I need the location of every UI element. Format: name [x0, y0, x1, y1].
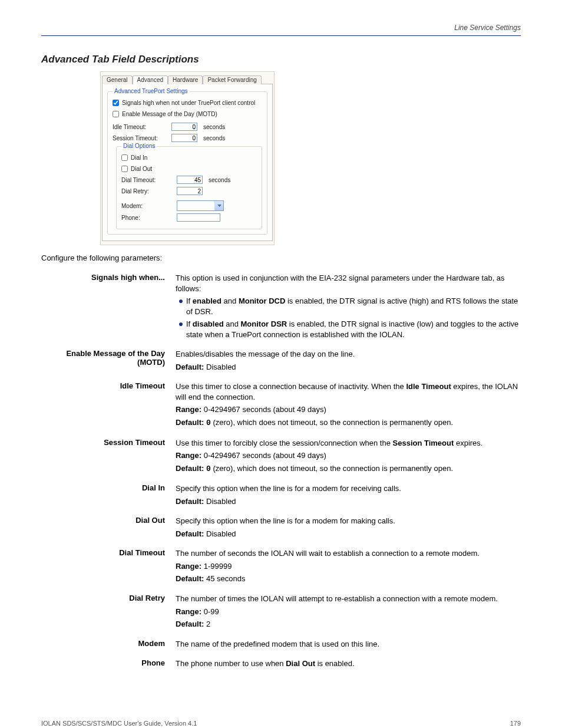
dropdown-modem-value: [177, 201, 214, 210]
field-description: Enables/disables the message of the day …: [176, 349, 521, 372]
input-idle-timeout[interactable]: [171, 123, 197, 131]
field-label: Modem: [41, 639, 176, 648]
bullet-icon: ●: [176, 296, 186, 317]
row-dial-out: Dial Out: [121, 164, 257, 173]
field-label: Signals high when...: [41, 273, 176, 282]
field-row: ModemThe name of the predefined modem th…: [41, 639, 521, 650]
input-dial-timeout[interactable]: [177, 176, 203, 184]
row-signals-high: Signals high when not under TruePort cli…: [113, 98, 262, 107]
field-row: Enable Message of the Day (MOTD)Enables/…: [41, 349, 521, 372]
group-legend-advanced: Advanced TruePort Settings: [113, 88, 190, 94]
group-advanced-trueport: Advanced TruePort Settings Signals high …: [107, 91, 267, 235]
tab-packet-forwarding[interactable]: Packet Forwarding: [203, 75, 261, 84]
group-legend-dial: Dial Options: [121, 143, 157, 149]
field-description: The phone number to use when Dial Out is…: [176, 658, 521, 669]
field-row: PhoneThe phone number to use when Dial O…: [41, 658, 521, 669]
input-session-timeout[interactable]: [171, 134, 197, 142]
field-row: Signals high when...This option is used …: [41, 273, 521, 340]
field-description: This option is used in conjunction with …: [176, 273, 521, 340]
page-header: Line Service Settings: [41, 24, 521, 36]
field-description: Specify this option when the line is for…: [176, 483, 521, 506]
label-phone: Phone:: [121, 215, 177, 221]
label-dial-out: Dial Out: [131, 166, 152, 172]
field-row: Dial OutSpecify this option when the lin…: [41, 516, 521, 539]
settings-dialog: General Advanced Hardware Packet Forward…: [100, 71, 275, 245]
field-descriptions: Signals high when...This option is used …: [41, 273, 521, 669]
field-description: Use this timer to close a connection bec…: [176, 381, 521, 428]
checkbox-motd[interactable]: [113, 111, 119, 117]
field-label: Dial Retry: [41, 594, 176, 602]
field-label: Dial In: [41, 483, 176, 492]
chevron-down-icon: [214, 201, 223, 210]
row-modem: Modem:: [121, 200, 257, 211]
field-description: The number of times the IOLAN will attem…: [176, 594, 521, 630]
label-dial-timeout: Dial Timeout:: [121, 177, 177, 183]
field-description: Specify this option when the line is for…: [176, 516, 521, 539]
header-right: Line Service Settings: [454, 24, 521, 32]
label-modem: Modem:: [121, 203, 177, 209]
label-idle-timeout: Idle Timeout:: [113, 124, 171, 130]
field-label: Phone: [41, 658, 176, 667]
row-phone: Phone:: [121, 213, 257, 222]
row-dial-timeout: Dial Timeout: seconds: [121, 175, 257, 185]
row-session-timeout: Session Timeout: seconds: [113, 133, 262, 143]
label-session-timeout: Session Timeout:: [113, 135, 171, 141]
row-dial-in: Dial In: [121, 153, 257, 162]
tab-panel-advanced: Advanced TruePort Settings Signals high …: [102, 84, 273, 241]
field-label: Session Timeout: [41, 438, 176, 447]
field-label: Dial Timeout: [41, 548, 176, 557]
label-signals-high: Signals high when not under TruePort cli…: [122, 100, 255, 106]
row-dial-retry: Dial Retry:: [121, 186, 257, 196]
field-description: Use this timer to forcibly close the ses…: [176, 438, 521, 475]
section-title: Advanced Tab Field Descriptions: [41, 54, 521, 65]
page-footer: IOLAN SDS/SCS/STS/MDC User's Guide, Vers…: [41, 716, 521, 727]
field-row: Dial RetryThe number of times the IOLAN …: [41, 594, 521, 630]
footer-right: 179: [510, 720, 521, 727]
label-motd: Enable Message of the Day (MOTD): [122, 111, 217, 117]
tab-advanced[interactable]: Advanced: [133, 75, 168, 84]
footer-left: IOLAN SDS/SCS/STS/MDC User's Guide, Vers…: [41, 720, 197, 727]
field-description: The name of the predefined modem that is…: [176, 639, 521, 650]
field-row: Dial InSpecify this option when the line…: [41, 483, 521, 506]
field-row: Dial TimeoutThe number of seconds the IO…: [41, 548, 521, 584]
field-label: Enable Message of the Day (MOTD): [41, 349, 176, 367]
group-dial-options: Dial Options Dial In Dial Out Dial Timeo…: [116, 146, 262, 229]
field-label: Idle Timeout: [41, 381, 176, 390]
input-dial-retry[interactable]: [177, 187, 203, 195]
configure-lead: Configure the following parameters:: [41, 253, 521, 262]
label-dial-retry: Dial Retry:: [121, 188, 177, 195]
checkbox-dial-out[interactable]: [121, 166, 128, 172]
label-dial-in: Dial In: [131, 154, 147, 161]
dropdown-modem[interactable]: [177, 200, 224, 211]
unit-session-timeout: seconds: [203, 135, 225, 141]
tabstrip: General Advanced Hardware Packet Forward…: [102, 73, 273, 84]
field-description: The number of seconds the IOLAN will wai…: [176, 548, 521, 584]
field-row: Idle TimeoutUse this timer to close a co…: [41, 381, 521, 428]
unit-dial-timeout: seconds: [209, 177, 230, 183]
tab-hardware[interactable]: Hardware: [168, 75, 203, 84]
row-idle-timeout: Idle Timeout: seconds: [113, 122, 262, 131]
checkbox-dial-in[interactable]: [121, 154, 128, 161]
bullet-icon: ●: [176, 319, 186, 340]
checkbox-signals-high[interactable]: [113, 100, 119, 106]
field-label: Dial Out: [41, 516, 176, 525]
unit-idle-timeout: seconds: [203, 124, 225, 130]
input-phone[interactable]: [177, 213, 220, 222]
tab-general[interactable]: General: [102, 75, 133, 84]
field-row: Session TimeoutUse this timer to forcibl…: [41, 438, 521, 475]
row-motd: Enable Message of the Day (MOTD): [113, 109, 262, 118]
